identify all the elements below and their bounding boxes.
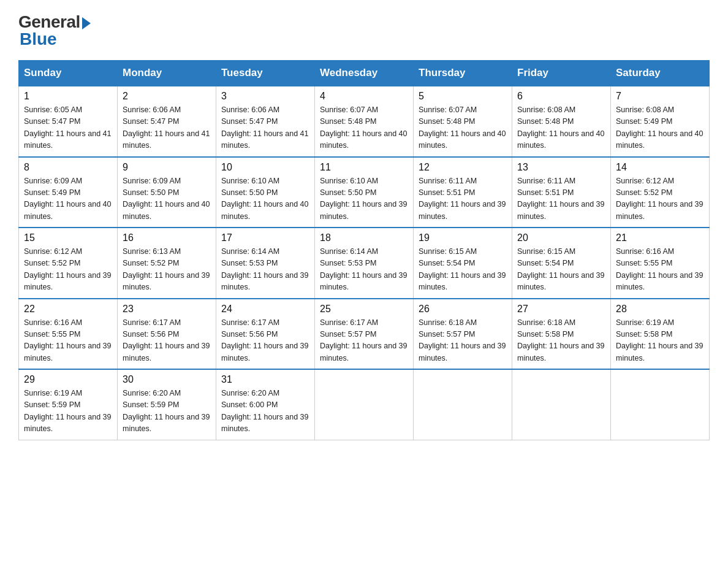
calendar-cell: 22Sunrise: 6:16 AMSunset: 5:55 PMDayligh… <box>19 299 118 370</box>
day-info: Sunrise: 6:15 AMSunset: 5:54 PMDaylight:… <box>517 246 605 294</box>
calendar-week-row: 8Sunrise: 6:09 AMSunset: 5:49 PMDaylight… <box>19 157 710 228</box>
calendar-cell: 15Sunrise: 6:12 AMSunset: 5:52 PMDayligh… <box>19 228 118 299</box>
day-info: Sunrise: 6:08 AMSunset: 5:48 PMDaylight:… <box>517 104 605 152</box>
calendar-cell: 1Sunrise: 6:05 AMSunset: 5:47 PMDaylight… <box>19 86 118 157</box>
calendar-cell: 30Sunrise: 6:20 AMSunset: 5:59 PMDayligh… <box>118 369 216 440</box>
calendar-week-row: 22Sunrise: 6:16 AMSunset: 5:55 PMDayligh… <box>19 299 710 370</box>
calendar-week-row: 29Sunrise: 6:19 AMSunset: 5:59 PMDayligh… <box>19 369 710 440</box>
calendar-table: SundayMondayTuesdayWednesdayThursdayFrid… <box>18 60 710 440</box>
calendar-cell: 4Sunrise: 6:07 AMSunset: 5:48 PMDaylight… <box>315 86 414 157</box>
day-number: 30 <box>123 374 211 385</box>
calendar-cell: 20Sunrise: 6:15 AMSunset: 5:54 PMDayligh… <box>512 228 611 299</box>
day-info: Sunrise: 6:11 AMSunset: 5:51 PMDaylight:… <box>517 175 605 223</box>
day-number: 22 <box>24 304 112 315</box>
calendar-header-row: SundayMondayTuesdayWednesdayThursdayFrid… <box>19 61 710 86</box>
day-number: 10 <box>221 162 309 173</box>
day-number: 16 <box>123 232 211 243</box>
day-info: Sunrise: 6:12 AMSunset: 5:52 PMDaylight:… <box>24 246 112 294</box>
day-number: 12 <box>419 162 507 173</box>
day-info: Sunrise: 6:16 AMSunset: 5:55 PMDaylight:… <box>616 246 704 294</box>
calendar-header-friday: Friday <box>512 61 611 86</box>
day-number: 24 <box>221 304 309 315</box>
calendar-header-tuesday: Tuesday <box>216 61 315 86</box>
day-number: 19 <box>419 232 507 243</box>
day-info: Sunrise: 6:17 AMSunset: 5:56 PMDaylight:… <box>221 317 309 365</box>
day-info: Sunrise: 6:10 AMSunset: 5:50 PMDaylight:… <box>320 175 408 223</box>
calendar-cell: 6Sunrise: 6:08 AMSunset: 5:48 PMDaylight… <box>512 86 611 157</box>
day-number: 1 <box>24 91 112 102</box>
day-number: 11 <box>320 162 408 173</box>
day-info: Sunrise: 6:07 AMSunset: 5:48 PMDaylight:… <box>320 104 408 152</box>
day-info: Sunrise: 6:05 AMSunset: 5:47 PMDaylight:… <box>24 104 112 152</box>
day-info: Sunrise: 6:15 AMSunset: 5:54 PMDaylight:… <box>419 246 507 294</box>
day-number: 4 <box>320 91 408 102</box>
day-number: 28 <box>616 304 704 315</box>
day-number: 31 <box>221 374 309 385</box>
calendar-cell: 3Sunrise: 6:06 AMSunset: 5:47 PMDaylight… <box>216 86 315 157</box>
day-number: 8 <box>24 162 112 173</box>
day-number: 17 <box>221 232 309 243</box>
day-info: Sunrise: 6:11 AMSunset: 5:51 PMDaylight:… <box>419 175 507 223</box>
day-info: Sunrise: 6:14 AMSunset: 5:53 PMDaylight:… <box>221 246 309 294</box>
day-number: 20 <box>517 232 605 243</box>
calendar-cell: 28Sunrise: 6:19 AMSunset: 5:58 PMDayligh… <box>611 299 710 370</box>
day-info: Sunrise: 6:19 AMSunset: 5:58 PMDaylight:… <box>616 317 704 365</box>
calendar-header-monday: Monday <box>118 61 216 86</box>
day-info: Sunrise: 6:08 AMSunset: 5:49 PMDaylight:… <box>616 104 704 152</box>
day-info: Sunrise: 6:20 AMSunset: 5:59 PMDaylight:… <box>123 388 211 435</box>
calendar-cell: 2Sunrise: 6:06 AMSunset: 5:47 PMDaylight… <box>118 86 216 157</box>
calendar-cell: 24Sunrise: 6:17 AMSunset: 5:56 PMDayligh… <box>216 299 315 370</box>
day-number: 25 <box>320 304 408 315</box>
calendar-header-thursday: Thursday <box>414 61 512 86</box>
day-info: Sunrise: 6:13 AMSunset: 5:52 PMDaylight:… <box>123 246 211 294</box>
calendar-cell <box>414 369 512 440</box>
calendar-header-sunday: Sunday <box>19 61 118 86</box>
calendar-cell: 12Sunrise: 6:11 AMSunset: 5:51 PMDayligh… <box>414 157 512 228</box>
day-info: Sunrise: 6:10 AMSunset: 5:50 PMDaylight:… <box>221 175 309 223</box>
logo: General Blue <box>18 12 91 49</box>
day-number: 2 <box>123 91 211 102</box>
calendar-cell: 21Sunrise: 6:16 AMSunset: 5:55 PMDayligh… <box>611 228 710 299</box>
calendar-cell: 31Sunrise: 6:20 AMSunset: 6:00 PMDayligh… <box>216 369 315 440</box>
day-info: Sunrise: 6:17 AMSunset: 5:57 PMDaylight:… <box>320 317 408 365</box>
day-number: 27 <box>517 304 605 315</box>
day-number: 9 <box>123 162 211 173</box>
day-info: Sunrise: 6:19 AMSunset: 5:59 PMDaylight:… <box>24 388 112 435</box>
calendar-cell: 7Sunrise: 6:08 AMSunset: 5:49 PMDaylight… <box>611 86 710 157</box>
calendar-cell <box>611 369 710 440</box>
day-info: Sunrise: 6:18 AMSunset: 5:58 PMDaylight:… <box>517 317 605 365</box>
page-header: General Blue <box>18 12 710 49</box>
day-info: Sunrise: 6:17 AMSunset: 5:56 PMDaylight:… <box>123 317 211 365</box>
calendar-header-wednesday: Wednesday <box>315 61 414 86</box>
day-number: 14 <box>616 162 704 173</box>
calendar-cell <box>315 369 414 440</box>
day-info: Sunrise: 6:09 AMSunset: 5:49 PMDaylight:… <box>24 175 112 223</box>
calendar-cell: 10Sunrise: 6:10 AMSunset: 5:50 PMDayligh… <box>216 157 315 228</box>
day-number: 29 <box>24 374 112 385</box>
calendar-cell: 26Sunrise: 6:18 AMSunset: 5:57 PMDayligh… <box>414 299 512 370</box>
day-number: 15 <box>24 232 112 243</box>
calendar-cell: 18Sunrise: 6:14 AMSunset: 5:53 PMDayligh… <box>315 228 414 299</box>
calendar-week-row: 15Sunrise: 6:12 AMSunset: 5:52 PMDayligh… <box>19 228 710 299</box>
day-number: 21 <box>616 232 704 243</box>
calendar-cell: 17Sunrise: 6:14 AMSunset: 5:53 PMDayligh… <box>216 228 315 299</box>
calendar-cell: 29Sunrise: 6:19 AMSunset: 5:59 PMDayligh… <box>19 369 118 440</box>
day-number: 13 <box>517 162 605 173</box>
calendar-cell: 14Sunrise: 6:12 AMSunset: 5:52 PMDayligh… <box>611 157 710 228</box>
day-info: Sunrise: 6:06 AMSunset: 5:47 PMDaylight:… <box>123 104 211 152</box>
day-info: Sunrise: 6:06 AMSunset: 5:47 PMDaylight:… <box>221 104 309 152</box>
calendar-cell: 25Sunrise: 6:17 AMSunset: 5:57 PMDayligh… <box>315 299 414 370</box>
logo-arrow-icon <box>82 17 91 29</box>
day-number: 6 <box>517 91 605 102</box>
calendar-cell <box>512 369 611 440</box>
day-info: Sunrise: 6:16 AMSunset: 5:55 PMDaylight:… <box>24 317 112 365</box>
day-number: 23 <box>123 304 211 315</box>
calendar-cell: 11Sunrise: 6:10 AMSunset: 5:50 PMDayligh… <box>315 157 414 228</box>
calendar-cell: 8Sunrise: 6:09 AMSunset: 5:49 PMDaylight… <box>19 157 118 228</box>
day-number: 5 <box>419 91 507 102</box>
day-info: Sunrise: 6:20 AMSunset: 6:00 PMDaylight:… <box>221 388 309 435</box>
day-info: Sunrise: 6:18 AMSunset: 5:57 PMDaylight:… <box>419 317 507 365</box>
calendar-cell: 16Sunrise: 6:13 AMSunset: 5:52 PMDayligh… <box>118 228 216 299</box>
calendar-cell: 5Sunrise: 6:07 AMSunset: 5:48 PMDaylight… <box>414 86 512 157</box>
calendar-week-row: 1Sunrise: 6:05 AMSunset: 5:47 PMDaylight… <box>19 86 710 157</box>
